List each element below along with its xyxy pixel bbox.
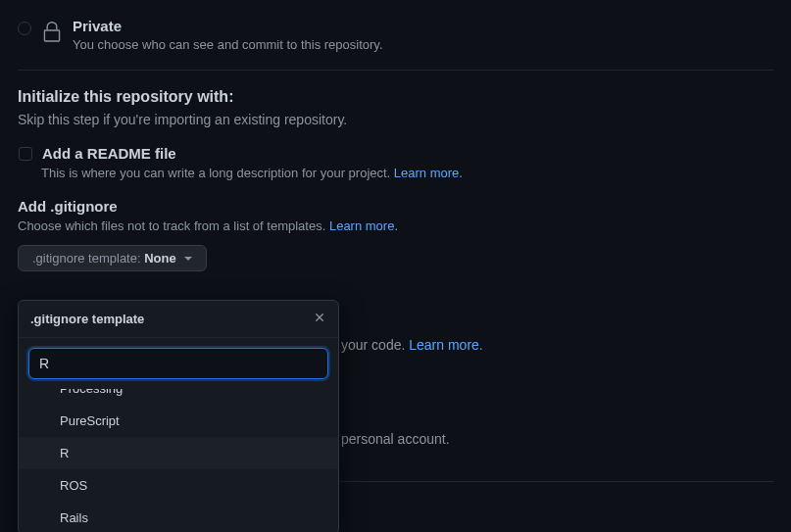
readme-desc-text: This is where you can write a long descr… — [41, 166, 394, 180]
lock-icon — [41, 20, 63, 48]
gitignore-template-popover: .gitignore template Processing PureScrip… — [18, 300, 339, 532]
personal-account-hint-fragment: personal account. — [341, 431, 450, 447]
license-hint-fragment: your code. Learn more. — [341, 337, 483, 353]
list-item[interactable]: R — [19, 437, 338, 469]
init-sub: Skip this step if you're importing an ex… — [18, 112, 773, 127]
close-icon[interactable] — [313, 311, 326, 327]
readme-option: Add a README file This is where you can … — [18, 145, 773, 180]
init-heading: Initialize this repository with: — [18, 88, 773, 106]
gitignore-template-dropdown[interactable]: .gitignore template: None — [18, 245, 207, 271]
gitignore-learn-more-link[interactable]: Learn more. — [329, 218, 398, 233]
gitignore-option: Add .gitignore Choose which files not to… — [18, 198, 773, 271]
readme-learn-more-link[interactable]: Learn more. — [394, 166, 463, 180]
license-learn-more-link[interactable]: Learn more. — [409, 337, 482, 353]
list-item[interactable]: Processing — [19, 389, 338, 405]
gitignore-btn-label: .gitignore template: — [32, 251, 144, 266]
private-desc: You choose who can see and commit to thi… — [73, 37, 383, 52]
private-title: Private — [73, 18, 383, 34]
list-item[interactable]: Rails — [19, 502, 338, 532]
popover-list: Processing PureScript R ROS Rails — [19, 389, 338, 532]
gitignore-desc: Choose which files not to track from a l… — [18, 218, 773, 233]
gitignore-title: Add .gitignore — [18, 198, 773, 215]
readme-desc: This is where you can write a long descr… — [18, 166, 773, 180]
chevron-down-icon — [184, 257, 192, 261]
private-radio[interactable] — [18, 22, 31, 35]
gitignore-btn-value: None — [144, 251, 176, 266]
list-item[interactable]: PureScript — [19, 405, 338, 437]
gitignore-search-input[interactable] — [28, 348, 328, 379]
readme-title: Add a README file — [42, 145, 176, 162]
list-item[interactable]: ROS — [19, 469, 338, 502]
visibility-private-row[interactable]: Private You choose who can see and commi… — [18, 18, 773, 52]
gitignore-desc-text: Choose which files not to track from a l… — [18, 218, 329, 233]
divider — [18, 70, 773, 71]
readme-checkbox[interactable] — [19, 147, 32, 161]
popover-title: .gitignore template — [30, 312, 144, 326]
